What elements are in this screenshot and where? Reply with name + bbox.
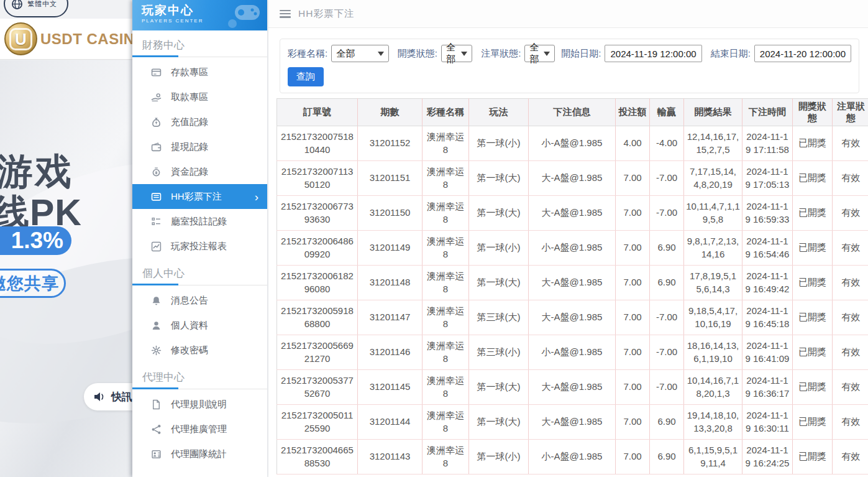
hamburger-menu-icon[interactable] (280, 10, 291, 18)
lottery-name-label: 彩種名稱: (288, 48, 327, 60)
table-cell: 2152173200591868800 (277, 300, 358, 335)
sidebar-nav: 財務中心存款專區取款專區充值記錄提現記錄資金記錄HH彩票下注›廳室投註記錄玩家投… (132, 30, 267, 466)
table-cell: 2152173200466588530 (277, 440, 358, 475)
table-cell: 2152173200566921270 (277, 335, 358, 370)
gamepad-icon (220, 1, 263, 29)
table-cell: 已開獎 (793, 440, 833, 475)
table-cell: 第一球(大) (469, 405, 529, 440)
sidebar-item-label: 取款專區 (171, 91, 208, 103)
filter-actions: 查詢 (288, 67, 851, 86)
table-cell: 17,8,19,5,15,6,14,3 (684, 266, 742, 300)
table-cell: 澳洲幸运8 (423, 405, 469, 440)
sidebar-item[interactable]: 玩家投注報表 (132, 234, 267, 259)
language-button[interactable]: 繁體中文 (4, 0, 68, 17)
table-cell: 澳洲幸运8 (423, 335, 469, 370)
table-cell: 2024-11-19 16:41:09 (742, 335, 793, 370)
table-cell: 31201143 (358, 440, 423, 475)
table-cell: 18,16,14,13,6,1,19,10 (684, 335, 742, 370)
table-cell: 有效 (833, 196, 868, 231)
end-date-label: 結束日期: (711, 48, 751, 60)
table-cell: 已開獎 (793, 300, 833, 335)
table-cell: 10,11,4,7,1,19,5,8 (684, 196, 742, 231)
sidebar-item[interactable]: 個人資料 (132, 313, 267, 338)
table-cell: 2024-11-19 16:45:18 (742, 300, 793, 335)
table-cell: 第一球(大) (469, 370, 529, 405)
table-cell: 大-A盤@1.985 (529, 405, 616, 440)
table-cell: 有效 (833, 231, 868, 266)
table-cell: 2024-11-19 16:59:33 (742, 196, 793, 231)
lottery-name-select[interactable]: 全部 (331, 45, 389, 62)
table-row: 215217320067739363031201150澳洲幸运8第一球(大)大-… (277, 196, 868, 231)
table-cell: 澳洲幸运8 (423, 196, 469, 231)
table-cell: 第一球(小) (469, 440, 529, 475)
section-underline (132, 55, 267, 57)
page-title: HH彩票下注 (298, 7, 354, 21)
sidebar-item[interactable]: 充值記錄 (132, 109, 267, 134)
sidebar-section-label: 代理中心 (132, 363, 267, 387)
table-cell: 2024-11-19 16:49:42 (742, 266, 793, 300)
table-row: 215217320053775267031201145澳洲幸运8第一球(大)大-… (277, 370, 868, 405)
chevron-down-icon (544, 52, 550, 56)
table-column-header: 投注額 (616, 99, 650, 126)
sidebar-item[interactable]: HH彩票下注› (132, 184, 267, 209)
section-underline (132, 284, 267, 285)
table-cell: 7.00 (616, 300, 650, 335)
table-cell: 2152173200618296080 (277, 266, 358, 300)
funds-record-icon (151, 167, 162, 177)
sidebar-item-label: 個人資料 (171, 320, 208, 331)
sidebar-item-label: 提現記錄 (171, 141, 208, 153)
lottery-bet-icon (151, 192, 162, 202)
table-row: 215217320061829608031201148澳洲幸运8第一球(大)大-… (277, 266, 868, 300)
table-column-header: 輸贏 (650, 99, 684, 126)
promo-banner: 游戏 线PK 1.3% 邀您共享 快訊: (0, 60, 132, 477)
table-cell: 第一球(大) (469, 161, 529, 196)
table-cell: 2024-11-19 16:24:25 (742, 440, 793, 475)
table-cell: 第一球(大) (469, 266, 529, 300)
sidebar-item[interactable]: 提現記錄 (132, 134, 267, 159)
table-cell: -7.00 (650, 161, 684, 196)
table-cell: 31201146 (358, 335, 423, 370)
screen: 繁體中文 U USDT CASINO 游戏 线PK 1.3% 邀您共享 快訊: (0, 0, 868, 477)
table-cell: 2024-11-19 17:11:58 (742, 126, 793, 161)
table-cell: 31201150 (358, 196, 423, 231)
chevron-down-icon (461, 52, 467, 56)
logo-bar: U USDT CASINO (0, 19, 132, 60)
table-cell: 6.90 (650, 440, 684, 475)
sidebar-item[interactable]: 修改密碼 (132, 338, 267, 363)
table-cell: 澳洲幸运8 (423, 126, 469, 161)
table-cell: 7.00 (616, 161, 650, 196)
table-cell: 31201152 (358, 126, 423, 161)
casino-logo-text: USDT CASINO (40, 30, 147, 48)
order-status-select[interactable]: 全部 (524, 45, 555, 62)
sidebar-item[interactable]: 資金記錄 (132, 159, 267, 184)
sidebar-item[interactable]: 取款專區 (132, 85, 267, 109)
table-cell: 小-A盤@1.985 (529, 231, 616, 266)
table-cell: 第一球(小) (469, 126, 529, 161)
table-cell: 7,17,15,14,4,8,20,19 (684, 161, 742, 196)
withdraw-record-icon (151, 142, 162, 152)
end-date-input[interactable]: 2024-11-20 12:00:00 (754, 45, 851, 62)
start-date-input[interactable]: 2024-11-19 12:00:00 (605, 45, 701, 62)
table-column-header: 開獎結果 (684, 99, 742, 126)
table-cell: 7.00 (616, 405, 650, 440)
sidebar-item[interactable]: 廳室投註記錄 (132, 209, 267, 234)
sidebar-item[interactable]: 存款專區 (132, 60, 267, 85)
sidebar-item[interactable]: 消息公告 (132, 288, 267, 313)
coin-letter: U (9, 28, 32, 50)
table-cell: 2152173200537752670 (277, 370, 358, 405)
search-button[interactable]: 查詢 (288, 67, 324, 86)
table-cell: 19,14,18,10,13,3,20,8 (684, 405, 742, 440)
sidebar-item[interactable]: 代理推廣管理 (132, 417, 267, 442)
draw-status-select[interactable]: 全部 (441, 45, 472, 62)
table-cell: 2152173200677393630 (277, 196, 358, 231)
filter-row: 彩種名稱: 全部 開獎狀態: 全部 注單狀態: 全部 開始日期: 2024-11 (288, 45, 851, 62)
table-cell: 31201148 (358, 266, 423, 300)
table-cell: 31201151 (358, 161, 423, 196)
table-cell: 9,8,1,7,2,13,14,16 (684, 231, 742, 266)
sidebar-item-label: 修改密碼 (171, 345, 208, 356)
table-cell: -7.00 (650, 370, 684, 405)
table-cell: 已開獎 (793, 370, 833, 405)
table-cell: 2152173200501125590 (277, 405, 358, 440)
sidebar-item[interactable]: 代理規則說明 (132, 392, 267, 417)
sidebar-item[interactable]: 代理團隊統計 (132, 442, 267, 466)
